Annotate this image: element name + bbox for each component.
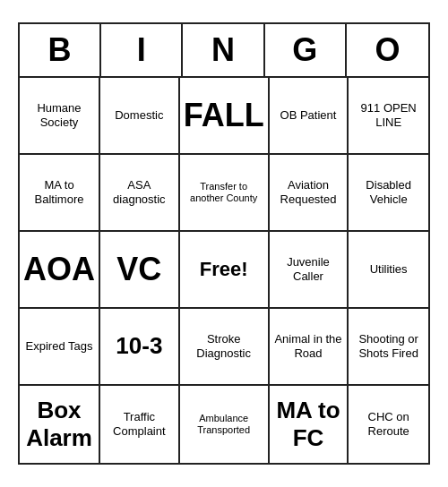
bingo-cell-15[interactable]: Expired Tags (20, 309, 100, 386)
bingo-cell-19[interactable]: Shooting or Shots Fired (349, 309, 428, 386)
bingo-cell-16[interactable]: 10-3 (100, 309, 180, 386)
header-n: N (183, 24, 264, 76)
bingo-cell-2[interactable]: FALL (180, 78, 270, 155)
bingo-cell-14[interactable]: Utilities (349, 232, 428, 309)
bingo-cell-23[interactable]: MA to FC (270, 386, 349, 463)
bingo-cell-13[interactable]: Juvenile Caller (270, 232, 349, 309)
bingo-cell-11[interactable]: VC (100, 232, 180, 309)
bingo-cell-10[interactable]: AOA (20, 232, 100, 309)
bingo-cell-4[interactable]: 911 OPEN LINE (349, 78, 428, 155)
bingo-grid: Humane SocietyDomesticFALLOB Patient911 … (20, 78, 428, 463)
bingo-card: B I N G O Humane SocietyDomesticFALLOB P… (18, 22, 430, 465)
bingo-cell-7[interactable]: Transfer to another County (180, 155, 270, 232)
bingo-cell-22[interactable]: Ambulance Transported (180, 386, 270, 463)
bingo-cell-12[interactable]: Free! (180, 232, 270, 309)
bingo-cell-21[interactable]: Traffic Complaint (100, 386, 180, 463)
bingo-cell-17[interactable]: Stroke Diagnostic (180, 309, 270, 386)
bingo-cell-1[interactable]: Domestic (100, 78, 180, 155)
bingo-cell-8[interactable]: Aviation Requested (270, 155, 349, 232)
bingo-cell-6[interactable]: ASA diagnostic (100, 155, 180, 232)
bingo-cell-3[interactable]: OB Patient (270, 78, 349, 155)
header-i: I (101, 24, 183, 76)
header-b: B (20, 24, 101, 76)
bingo-cell-9[interactable]: Disabled Vehicle (349, 155, 428, 232)
header-g: G (265, 24, 347, 76)
bingo-cell-24[interactable]: CHC on Reroute (349, 386, 428, 463)
bingo-cell-20[interactable]: Box Alarm (20, 386, 100, 463)
bingo-cell-5[interactable]: MA to Baltimore (20, 155, 100, 232)
bingo-cell-18[interactable]: Animal in the Road (270, 309, 349, 386)
bingo-cell-0[interactable]: Humane Society (20, 78, 100, 155)
header-o: O (347, 24, 428, 76)
bingo-header: B I N G O (20, 24, 428, 78)
